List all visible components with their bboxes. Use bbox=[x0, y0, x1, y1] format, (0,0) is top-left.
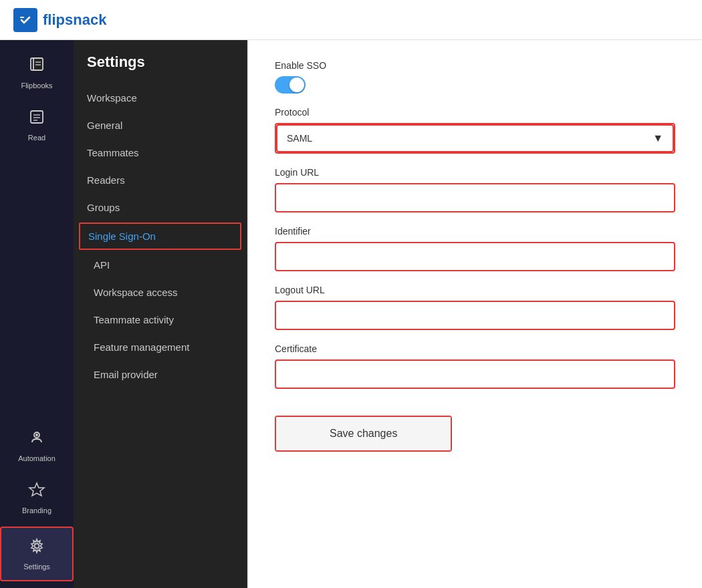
sidebar-item-teammate-activity[interactable]: Teammate activity bbox=[74, 306, 247, 333]
sidebar-item-branding[interactable]: Branding bbox=[0, 472, 74, 524]
read-label: Read bbox=[28, 134, 45, 142]
protocol-section: Protocol SAML ▼ bbox=[275, 107, 675, 154]
logout-url-input[interactable] bbox=[276, 302, 674, 329]
protocol-select[interactable]: SAML ▼ bbox=[276, 124, 674, 152]
logo: flipsnack bbox=[13, 8, 106, 32]
protocol-label: Protocol bbox=[275, 107, 675, 118]
branding-icon bbox=[28, 481, 45, 502]
branding-label: Branding bbox=[22, 506, 51, 514]
identifier-field-wrapper bbox=[275, 242, 675, 271]
certificate-label: Certificate bbox=[275, 343, 675, 354]
flipbooks-icon bbox=[28, 56, 45, 78]
save-button-wrapper: Save changes bbox=[275, 416, 452, 452]
svg-rect-5 bbox=[31, 111, 43, 123]
automation-icon bbox=[28, 429, 45, 450]
settings-label: Settings bbox=[23, 563, 50, 571]
svg-point-12 bbox=[35, 544, 39, 549]
sidebar-title: Settings bbox=[74, 53, 247, 84]
sidebar-item-automation[interactable]: Automation bbox=[0, 420, 74, 472]
sidebar-item-flipbooks[interactable]: Flipbooks bbox=[0, 47, 74, 99]
identifier-label: Identifier bbox=[275, 226, 675, 237]
flipbooks-label: Flipbooks bbox=[21, 82, 52, 90]
sidebar-item-settings[interactable]: Settings bbox=[0, 527, 74, 581]
svg-rect-2 bbox=[33, 58, 43, 70]
logout-url-section: Logout URL bbox=[275, 285, 675, 330]
toggle-track bbox=[275, 76, 306, 94]
sidebar-item-readers[interactable]: Readers bbox=[74, 166, 247, 194]
save-changes-button[interactable]: Save changes bbox=[276, 417, 451, 450]
login-url-section: Login URL bbox=[275, 167, 675, 212]
svg-marker-11 bbox=[29, 483, 44, 496]
sidebar-item-sso[interactable]: Single Sign-On bbox=[79, 223, 241, 250]
app-header: flipsnack bbox=[0, 0, 702, 40]
login-url-input[interactable] bbox=[276, 184, 674, 211]
login-url-field-wrapper bbox=[275, 183, 675, 212]
enable-sso-label: Enable SSO bbox=[275, 60, 675, 71]
sidebar-item-workspace[interactable]: Workspace bbox=[74, 84, 247, 112]
logout-url-field-wrapper bbox=[275, 301, 675, 330]
protocol-selected-value: SAML bbox=[287, 133, 312, 144]
logo-icon bbox=[13, 8, 37, 32]
logo-text: flipsnack bbox=[43, 11, 106, 29]
sidebar-item-workspace-access[interactable]: Workspace access bbox=[74, 279, 247, 306]
protocol-dropdown-arrow: ▼ bbox=[653, 132, 663, 144]
automation-label: Automation bbox=[18, 454, 55, 462]
certificate-input[interactable] bbox=[276, 361, 674, 388]
logout-url-label: Logout URL bbox=[275, 285, 675, 295]
identifier-input[interactable] bbox=[276, 243, 674, 270]
left-nav: Flipbooks Read Automat bbox=[0, 40, 74, 588]
main-layout: Flipbooks Read Automat bbox=[0, 40, 702, 588]
toggle-thumb bbox=[289, 78, 304, 92]
enable-sso-section: Enable SSO bbox=[275, 60, 675, 94]
sidebar-item-teammates[interactable]: Teammates bbox=[74, 139, 247, 166]
certificate-field-wrapper bbox=[275, 359, 675, 389]
sso-toggle[interactable] bbox=[275, 76, 675, 94]
sso-toggle-switch[interactable] bbox=[275, 76, 306, 94]
sidebar-item-email-provider[interactable]: Email provider bbox=[74, 361, 247, 388]
login-url-label: Login URL bbox=[275, 167, 675, 178]
sidebar-item-read[interactable]: Read bbox=[0, 99, 74, 151]
settings-icon bbox=[28, 537, 45, 559]
content-area: Enable SSO Protocol SAML ▼ Login URL bbox=[248, 40, 702, 588]
certificate-section: Certificate bbox=[275, 343, 675, 389]
settings-sidebar: Settings Workspace General Teammates Rea… bbox=[74, 40, 247, 588]
protocol-select-wrapper[interactable]: SAML ▼ bbox=[275, 123, 675, 154]
identifier-section: Identifier bbox=[275, 226, 675, 271]
read-icon bbox=[28, 108, 45, 130]
sidebar-item-feature-management[interactable]: Feature management bbox=[74, 333, 247, 361]
sidebar-item-groups[interactable]: Groups bbox=[74, 194, 247, 221]
svg-point-10 bbox=[35, 434, 38, 436]
sidebar-item-api[interactable]: API bbox=[74, 251, 247, 279]
sidebar-item-general[interactable]: General bbox=[74, 112, 247, 139]
